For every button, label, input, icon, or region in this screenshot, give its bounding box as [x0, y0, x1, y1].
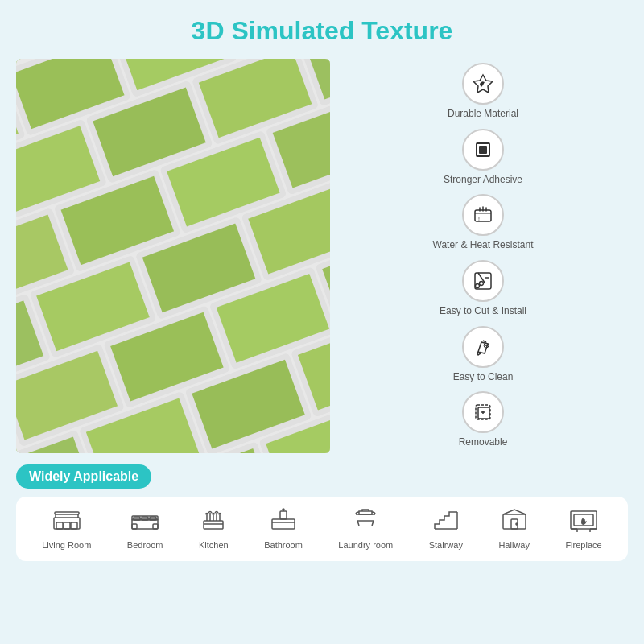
- svg-point-43: [476, 284, 480, 288]
- fireplace-icon: [569, 508, 598, 536]
- bottom-section: Widely Applicable Living Room: [16, 453, 628, 561]
- feature-water: ! Water & Heat Resistant: [346, 194, 620, 252]
- bedroom-label: Bedroom: [127, 540, 163, 550]
- clean-icon: [462, 326, 504, 368]
- svg-rect-59: [150, 517, 156, 520]
- svg-rect-51: [71, 522, 77, 529]
- removable-icon: [462, 391, 504, 433]
- svg-rect-50: [64, 522, 70, 529]
- durable-icon: [462, 63, 504, 105]
- svg-rect-57: [134, 517, 140, 520]
- room-bathroom: Bathroom: [264, 508, 303, 550]
- room-bedroom: Bedroom: [127, 508, 163, 550]
- fireplace-label: Fireplace: [565, 540, 601, 550]
- svg-rect-38: [475, 210, 491, 221]
- rooms-section: Living Room Bedroom: [16, 497, 628, 561]
- stairway-icon: [431, 508, 460, 536]
- svg-rect-49: [56, 522, 63, 529]
- content-row: Durable Material Stronger Adhesive: [16, 59, 628, 453]
- svg-rect-61: [153, 524, 158, 529]
- room-laundry: Laundry room: [338, 508, 393, 550]
- svg-rect-47: [478, 407, 489, 419]
- svg-rect-48: [54, 518, 80, 529]
- widely-applicable-badge: Widely Applicable: [16, 464, 151, 489]
- page: 3D Simulated Texture: [0, 0, 644, 644]
- feature-cut: Easy to Cut & Install: [346, 260, 620, 318]
- bathroom-icon: [269, 508, 298, 536]
- living-room-label: Living Room: [42, 540, 91, 550]
- laundry-icon: [351, 508, 380, 536]
- room-kitchen: Kitchen: [199, 508, 229, 550]
- svg-rect-60: [132, 524, 137, 529]
- svg-rect-62: [204, 521, 223, 529]
- adhesive-label: Stronger Adhesive: [444, 174, 522, 187]
- room-hallway: Hallway: [498, 508, 530, 550]
- hallway-label: Hallway: [498, 540, 530, 550]
- cut-icon: [462, 260, 504, 302]
- svg-rect-37: [479, 146, 487, 154]
- clean-label: Easy to Clean: [453, 371, 514, 384]
- cut-label: Easy to Cut & Install: [440, 305, 526, 318]
- water-label: Water & Heat Resistant: [433, 239, 534, 252]
- hallway-icon: [500, 508, 529, 536]
- tile-image: [16, 59, 330, 453]
- room-living-room: Living Room: [42, 508, 91, 550]
- svg-rect-64: [272, 519, 295, 529]
- features-column: Durable Material Stronger Adhesive: [338, 59, 628, 453]
- svg-rect-72: [503, 514, 526, 529]
- feature-clean: Easy to Clean: [346, 326, 620, 384]
- bathroom-label: Bathroom: [264, 540, 303, 550]
- kitchen-icon: [199, 508, 228, 536]
- room-stairway: Stairway: [429, 508, 463, 550]
- living-room-icon: [52, 508, 81, 536]
- room-fireplace: Fireplace: [565, 508, 601, 550]
- page-title: 3D Simulated Texture: [192, 16, 453, 46]
- feature-durable: Durable Material: [346, 63, 620, 121]
- svg-rect-66: [280, 511, 287, 519]
- svg-point-68: [283, 509, 284, 510]
- laundry-label: Laundry room: [338, 540, 393, 550]
- kitchen-label: Kitchen: [199, 540, 229, 550]
- svg-point-74: [516, 523, 518, 525]
- feature-adhesive: Stronger Adhesive: [346, 129, 620, 187]
- stairway-label: Stairway: [429, 540, 463, 550]
- svg-rect-54: [55, 512, 79, 514]
- svg-point-44: [480, 282, 484, 286]
- water-icon: !: [462, 194, 504, 236]
- adhesive-icon: [462, 129, 504, 171]
- removable-label: Removable: [459, 436, 508, 449]
- bedroom-icon: [130, 508, 159, 536]
- feature-removable: Removable: [346, 391, 620, 449]
- durable-label: Durable Material: [448, 108, 518, 121]
- svg-text:!: !: [478, 216, 480, 221]
- svg-rect-58: [142, 517, 148, 520]
